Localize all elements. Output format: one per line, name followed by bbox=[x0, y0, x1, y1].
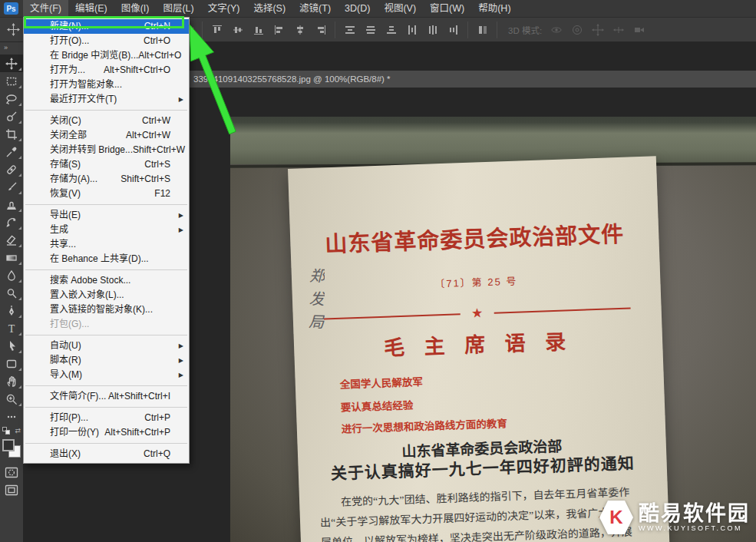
distribute-horizontal-centers-icon[interactable] bbox=[427, 24, 439, 36]
path-selection-tool[interactable] bbox=[0, 337, 23, 355]
menu-separator bbox=[25, 110, 187, 111]
menu-item-print[interactable]: 打印(P)...Ctrl+P bbox=[24, 411, 189, 425]
distribute-bottom-edges-icon[interactable] bbox=[385, 24, 398, 36]
eraser-tool[interactable] bbox=[0, 231, 23, 249]
3d-slide-icon[interactable] bbox=[612, 24, 625, 36]
menu-item-export[interactable]: 导出(E)▶ bbox=[24, 208, 189, 223]
menu-separator bbox=[25, 443, 187, 444]
menu-file[interactable]: 文件(F) bbox=[23, 0, 68, 17]
menu-item-browse-in-bridge[interactable]: 在 Bridge 中浏览(B)...Alt+Ctrl+O bbox=[24, 48, 189, 63]
swap-colors-icon[interactable]: ⇄ bbox=[15, 427, 21, 435]
3d-roll-icon[interactable] bbox=[571, 24, 583, 36]
menu-separator bbox=[25, 385, 187, 386]
menu-item-exit[interactable]: 退出(X)Ctrl+Q bbox=[24, 447, 189, 461]
menu-window[interactable]: 窗口(W) bbox=[423, 0, 471, 17]
menu-item-place-linked[interactable]: 置入链接的智能对象(K)... bbox=[24, 302, 189, 317]
align-left-edges-icon[interactable] bbox=[273, 24, 286, 36]
star-icon: ★ bbox=[471, 306, 484, 320]
menu-item-open[interactable]: 打开(O)...Ctrl+O bbox=[24, 34, 189, 48]
menu-item-close-and-go-to-bridge[interactable]: 关闭并转到 Bridge...Shift+Ctrl+W bbox=[24, 143, 189, 157]
menu-item-scripts[interactable]: 脚本(R)▶ bbox=[24, 353, 189, 368]
menu-item-save[interactable]: 存储(S)Ctrl+S bbox=[24, 157, 189, 172]
menu-layer[interactable]: 图层(L) bbox=[156, 0, 200, 17]
menu-item-close[interactable]: 关闭(C)Ctrl+W bbox=[24, 114, 189, 128]
lasso-tool[interactable] bbox=[0, 90, 23, 107]
menu-item-close-all[interactable]: 关闭全部Alt+Ctrl+W bbox=[24, 128, 189, 143]
document-paper: 郑发局 山东省革命委员会政治部文件 〔71〕第 25 号 ★ 毛 主 席 语 录… bbox=[288, 156, 670, 542]
edit-toolbar-button[interactable] bbox=[0, 408, 23, 425]
menu-item-file-info[interactable]: 文件简介(F)...Alt+Shift+Ctrl+I bbox=[24, 389, 189, 404]
quick-mask-button[interactable] bbox=[0, 464, 23, 481]
photoshop-window: Ps 文件(F) 编辑(E) 图像(I) 图层(L) 文字(Y) 选择(S) 滤… bbox=[0, 0, 756, 542]
menu-item-open-recent[interactable]: 最近打开文件(T)▶ bbox=[24, 92, 189, 107]
toolbar-collapse-button[interactable]: » bbox=[0, 42, 23, 55]
menu-type[interactable]: 文字(Y) bbox=[201, 0, 247, 17]
menu-item-revert[interactable]: 恢复(V)F12 bbox=[24, 187, 189, 201]
3d-orbit-icon[interactable] bbox=[550, 24, 563, 36]
menu-separator bbox=[25, 204, 187, 205]
align-right-edges-icon[interactable] bbox=[315, 24, 327, 36]
distribute-vertical-centers-icon[interactable] bbox=[365, 24, 377, 36]
color-swatches bbox=[0, 438, 23, 464]
blur-tool[interactable] bbox=[0, 266, 23, 284]
menu-item-package: 打包(G)... bbox=[24, 317, 189, 332]
submenu-arrow-icon: ▶ bbox=[179, 353, 183, 368]
menu-3d[interactable]: 3D(D) bbox=[338, 0, 377, 17]
menu-item-generate[interactable]: 生成▶ bbox=[24, 223, 189, 237]
watermark: K 酷易软件园 WWW.KUYISOFT.COM bbox=[599, 501, 750, 534]
menu-item-automate[interactable]: 自动(U)▶ bbox=[24, 339, 189, 353]
screen-mode-button[interactable] bbox=[0, 481, 23, 499]
menu-select[interactable]: 选择(S) bbox=[246, 0, 292, 17]
menu-item-place-embedded[interactable]: 置入嵌入对象(L)... bbox=[24, 288, 189, 302]
pen-tool[interactable] bbox=[0, 302, 23, 319]
spot-healing-brush-tool[interactable] bbox=[0, 160, 23, 178]
menu-item-share-on-behance[interactable]: 在 Behance 上共享(D)... bbox=[24, 252, 189, 266]
menu-item-import[interactable]: 导入(M)▶ bbox=[24, 368, 189, 382]
menu-help[interactable]: 帮助(H) bbox=[471, 0, 517, 17]
distribute-spacing-icon[interactable] bbox=[477, 24, 489, 36]
document-number: 〔71〕第 25 号 bbox=[292, 268, 660, 296]
gradient-tool[interactable] bbox=[0, 249, 23, 266]
quotation-title: 毛 主 席 语 录 bbox=[294, 322, 663, 365]
rectangular-marquee-tool[interactable] bbox=[0, 72, 23, 90]
menu-item-open-as[interactable]: 打开为...Alt+Shift+Ctrl+O bbox=[24, 63, 189, 78]
distribute-top-edges-icon[interactable] bbox=[344, 24, 356, 36]
type-tool[interactable]: T bbox=[0, 319, 23, 337]
document-tab[interactable]: 339141091403255768528.jpg @ 100%(RGB/8#)… bbox=[193, 71, 391, 88]
clone-stamp-tool[interactable] bbox=[0, 196, 23, 213]
photoshop-logo-icon: Ps bbox=[4, 2, 18, 15]
menu-item-save-as[interactable]: 存储为(A)...Shift+Ctrl+S bbox=[24, 172, 189, 187]
brush-tool[interactable] bbox=[0, 178, 23, 196]
move-tool[interactable] bbox=[0, 55, 23, 72]
menu-item-share[interactable]: 共享... bbox=[24, 237, 189, 252]
distribute-left-edges-icon[interactable] bbox=[406, 24, 418, 36]
watermark-logo-icon: K bbox=[599, 501, 633, 534]
menu-item-search-adobe-stock[interactable]: 搜索 Adobe Stock... bbox=[24, 273, 189, 288]
menu-filter[interactable]: 滤镜(T) bbox=[292, 0, 338, 17]
distribute-right-edges-icon[interactable] bbox=[447, 24, 460, 36]
hand-tool[interactable] bbox=[0, 372, 23, 390]
submenu-arrow-icon: ▶ bbox=[179, 223, 183, 237]
rectangle-tool[interactable] bbox=[0, 355, 23, 372]
dodge-tool[interactable] bbox=[0, 284, 23, 302]
align-vertical-centers-icon[interactable] bbox=[232, 24, 244, 36]
default-colors-icon[interactable] bbox=[2, 427, 10, 435]
foreground-color-swatch[interactable] bbox=[2, 439, 15, 451]
3d-zoom-icon[interactable] bbox=[633, 24, 645, 36]
menu-item-print-one-copy[interactable]: 打印一份(Y)Alt+Shift+Ctrl+P bbox=[24, 425, 189, 440]
3d-pan-icon[interactable] bbox=[592, 24, 604, 36]
menu-edit[interactable]: 编辑(E) bbox=[68, 0, 114, 17]
menu-view[interactable]: 视图(V) bbox=[377, 0, 423, 17]
quick-selection-tool[interactable] bbox=[0, 107, 23, 125]
align-top-edges-icon[interactable] bbox=[211, 24, 223, 36]
zoom-tool[interactable] bbox=[0, 390, 23, 408]
align-horizontal-centers-icon[interactable] bbox=[294, 24, 306, 36]
align-bottom-edges-icon[interactable] bbox=[253, 24, 265, 36]
crop-tool[interactable] bbox=[0, 125, 23, 143]
menu-item-new[interactable]: 新建(N)...Ctrl+N bbox=[24, 19, 189, 34]
watermark-name: 酷易软件园 bbox=[639, 503, 750, 524]
menu-item-open-as-smart-object[interactable]: 打开为智能对象... bbox=[24, 78, 189, 92]
eyedropper-tool[interactable] bbox=[0, 143, 23, 160]
menu-image[interactable]: 图像(I) bbox=[114, 0, 157, 17]
history-brush-tool[interactable] bbox=[0, 213, 23, 231]
